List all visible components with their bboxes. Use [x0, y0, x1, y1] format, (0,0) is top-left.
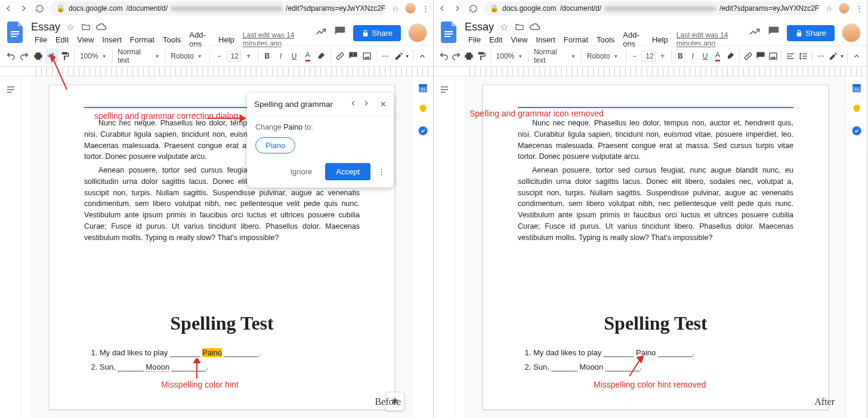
outline-button[interactable] — [2, 81, 19, 98]
menu-view[interactable]: View — [73, 34, 97, 45]
underline-button[interactable]: U — [700, 48, 711, 64]
zoom-combo[interactable]: 100%▼ — [494, 48, 526, 64]
insert-link-button[interactable] — [334, 48, 347, 64]
account-avatar-icon[interactable] — [842, 23, 861, 42]
insert-comment-button[interactable] — [347, 48, 360, 64]
menu-format[interactable]: Format — [560, 34, 592, 45]
address-bar[interactable]: 🔒 docs.google.com/document/d/xxxxxxxxxxx… — [484, 1, 820, 16]
menu-insert[interactable]: Insert — [98, 34, 125, 45]
menu-tools[interactable]: Tools — [159, 34, 184, 45]
font-increase-button[interactable]: + — [657, 48, 668, 64]
insert-image-button[interactable] — [361, 48, 373, 64]
account-avatar-icon[interactable] — [408, 23, 427, 42]
comments-icon[interactable] — [334, 26, 346, 40]
document-page[interactable]: Nunc nec neque. Phasellus leo dolor, tem… — [483, 85, 829, 410]
editing-mode-button[interactable]: ▼ — [394, 48, 410, 64]
font-decrease-button[interactable]: − — [213, 48, 226, 64]
undo-button[interactable] — [5, 48, 17, 64]
move-icon[interactable] — [514, 21, 525, 32]
text-color-button[interactable]: A — [712, 48, 724, 64]
accept-button[interactable]: Accept — [325, 163, 370, 180]
prev-suggestion-button[interactable] — [349, 99, 357, 109]
undo-button[interactable] — [438, 48, 450, 64]
star-icon[interactable]: ☆ — [826, 4, 833, 13]
vertical-ruler[interactable] — [21, 76, 32, 418]
reload-button[interactable] — [35, 4, 44, 13]
vertical-ruler[interactable] — [455, 76, 466, 418]
calendar-icon[interactable]: 31 — [850, 81, 863, 94]
underlined-misspelling[interactable]: Mooon — [146, 362, 169, 372]
toolbar-more-button[interactable]: ⋯ — [379, 48, 392, 64]
keep-icon[interactable] — [850, 103, 863, 116]
suggestion-chip[interactable]: Piano — [255, 137, 295, 153]
paint-format-button[interactable] — [476, 48, 487, 64]
forward-button[interactable] — [453, 4, 462, 13]
bold-button[interactable]: B — [675, 48, 686, 64]
cloud-saved-icon[interactable] — [530, 21, 540, 32]
dialog-more-icon[interactable]: ⋮ — [375, 165, 388, 179]
forward-button[interactable] — [19, 4, 29, 13]
highlight-button[interactable] — [315, 48, 328, 64]
menu-edit[interactable]: Edit — [52, 34, 72, 45]
share-button[interactable]: Share — [787, 25, 835, 41]
insert-comment-button[interactable] — [755, 48, 766, 64]
chrome-menu-icon[interactable]: ⋮ — [422, 4, 430, 13]
underline-button[interactable]: U — [288, 48, 301, 64]
highlighted-misspelling[interactable]: Paino — [202, 348, 222, 357]
font-increase-button[interactable]: + — [242, 48, 255, 64]
share-button[interactable]: Share — [353, 25, 401, 41]
menu-edit[interactable]: Edit — [486, 34, 506, 45]
profile-avatar-icon[interactable] — [839, 3, 850, 14]
docs-logo-icon[interactable] — [6, 20, 25, 44]
font-combo[interactable]: Roboto▼ — [168, 48, 206, 64]
line-spacing-button[interactable] — [798, 48, 809, 64]
cloud-saved-icon[interactable] — [96, 21, 107, 32]
font-size-input[interactable]: 12 — [641, 51, 656, 62]
page-title[interactable]: Essay — [31, 21, 60, 33]
back-button[interactable] — [437, 4, 447, 13]
keep-icon[interactable] — [416, 103, 430, 116]
back-button[interactable] — [4, 4, 13, 13]
bold-button[interactable]: B — [261, 48, 274, 64]
profile-avatar-icon[interactable] — [405, 3, 416, 14]
highlight-button[interactable] — [725, 48, 736, 64]
move-icon[interactable] — [81, 21, 91, 32]
style-combo[interactable]: Normal text▼ — [115, 48, 162, 64]
close-dialog-button[interactable]: ✕ — [380, 100, 387, 109]
menu-tools[interactable]: Tools — [593, 34, 618, 45]
text-color-button[interactable]: A — [301, 48, 314, 64]
redo-button[interactable] — [18, 48, 31, 64]
menu-file[interactable]: File — [31, 34, 51, 45]
trend-icon[interactable] — [315, 26, 327, 40]
star-doc-icon[interactable]: ☆ — [65, 21, 76, 32]
docs-logo-icon[interactable] — [440, 20, 459, 44]
next-suggestion-button[interactable] — [362, 99, 370, 109]
reload-button[interactable] — [468, 4, 478, 13]
collapse-button[interactable] — [851, 48, 862, 64]
menu-help[interactable]: Help — [648, 34, 672, 45]
style-combo[interactable]: Normal text▼ — [532, 48, 578, 64]
menu-insert[interactable]: Insert — [532, 34, 559, 45]
align-button[interactable] — [785, 48, 796, 64]
italic-button[interactable]: I — [274, 48, 287, 64]
print-button[interactable] — [32, 48, 44, 64]
insert-image-button[interactable] — [767, 48, 779, 64]
page-title[interactable]: Essay — [465, 21, 494, 33]
italic-button[interactable]: I — [687, 48, 699, 64]
chrome-menu-icon[interactable]: ⋮ — [855, 4, 863, 13]
trend-icon[interactable] — [749, 26, 761, 40]
ignore-button[interactable]: Ignore — [282, 163, 320, 180]
tasks-icon[interactable] — [416, 124, 430, 137]
editing-mode-button[interactable]: ▼ — [829, 48, 844, 64]
font-decrease-button[interactable]: − — [629, 48, 640, 64]
star-doc-icon[interactable]: ☆ — [499, 21, 509, 32]
collapse-button[interactable] — [416, 48, 429, 64]
calendar-icon[interactable]: 31 — [416, 81, 430, 94]
menu-format[interactable]: Format — [126, 34, 158, 45]
horizontal-ruler[interactable] — [434, 67, 867, 76]
comments-icon[interactable] — [768, 26, 780, 40]
menu-file[interactable]: File — [465, 34, 484, 45]
menu-view[interactable]: View — [507, 34, 531, 45]
print-button[interactable] — [464, 48, 475, 64]
font-combo[interactable]: Roboto▼ — [585, 48, 623, 64]
